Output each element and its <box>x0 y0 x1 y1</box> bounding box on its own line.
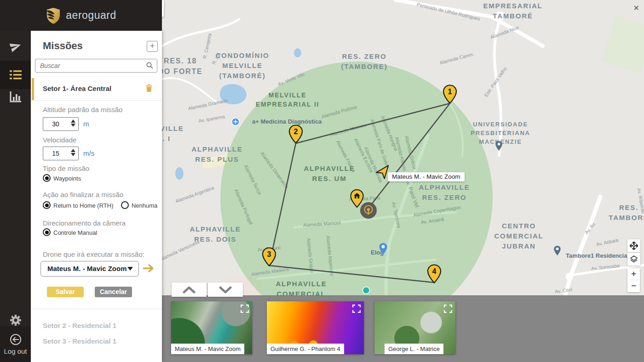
camera-radio[interactable]: Controle Manual <box>43 228 97 237</box>
video-feed-strip: Mateus M. - Mavic Zoom Guilherme G. - Ph… <box>162 295 644 362</box>
drone-label: Mateus M. - Mavic Zoom <box>388 172 465 181</box>
svg-text:1: 1 <box>448 88 452 96</box>
zoom-in-button[interactable]: + <box>627 268 640 280</box>
altitude-input-box <box>43 117 79 131</box>
radio-waypoints[interactable] <box>43 174 51 182</box>
street-label: Av. Atibaia <box>596 237 619 247</box>
search-icon[interactable] <box>146 62 153 69</box>
fullscreen-icon[interactable] <box>444 305 452 313</box>
street-label: Estr. Paiol Velho <box>483 66 508 98</box>
scroll-down-button[interactable] <box>208 283 243 297</box>
waypoint-pin-3[interactable]: 3 <box>262 247 276 266</box>
drone-label: Drone que irá executar a missão: <box>43 250 144 258</box>
camera-label: Direcionamento da câmera <box>43 219 126 227</box>
map-area-label: CONDOMÍNIO MELVILLE (TAMBORÉ) <box>215 51 269 80</box>
street-label: Alameda Argentina <box>174 185 214 204</box>
mission-item[interactable]: Setor 3 - Residencial 1 <box>43 337 116 345</box>
selected-indicator <box>32 78 34 100</box>
map-area-label: EMPRESARIAL TAMBORÉ <box>483 1 543 21</box>
map-area-label: ALPHAVILLE RES. PLUS <box>191 144 242 164</box>
save-button[interactable]: Salvar <box>47 287 84 297</box>
video-feed[interactable]: Guilherme G. - Phantom 4 <box>267 301 364 354</box>
map-area-label: CENTRO COMERCIAL JUBRAN <box>494 221 543 251</box>
delete-mission-icon[interactable] <box>146 84 152 92</box>
missions-list-icon <box>10 70 22 79</box>
radio-none[interactable] <box>121 201 129 209</box>
speed-unit: m/s <box>83 149 94 157</box>
scroll-up-button[interactable] <box>172 283 207 297</box>
sidebar-item-missions[interactable] <box>0 68 31 82</box>
sidebar-item-statistics[interactable] <box>0 90 31 104</box>
video-feed[interactable]: George L. - Matrice <box>374 301 455 354</box>
waypoint-pin-1[interactable]: 1 <box>443 85 457 104</box>
finish-action-label: Ação ao finalizar a missão <box>43 191 123 198</box>
mission-item-selected[interactable]: Setor 1- Área Central <box>31 78 162 101</box>
statistics-icon <box>10 91 22 102</box>
waypoint-pin-4[interactable]: 4 <box>427 264 442 283</box>
speed-label: Velocidade <box>43 136 76 144</box>
gray-pin-marker[interactable] <box>553 245 561 258</box>
feed-label: George L. - Matrice <box>385 344 443 354</box>
street-label: Av. Ipanema <box>198 113 225 124</box>
go-to-drone-arrow-icon[interactable] <box>143 264 155 272</box>
divider <box>31 309 162 309</box>
nav-rail: Log out <box>0 0 31 362</box>
brand-name: aeroguard <box>66 9 116 22</box>
map-area-label: RES. 18 DO FORTE <box>158 56 202 77</box>
video-feed[interactable]: Mateus M. - Mavic Zoom <box>171 301 252 354</box>
drone-select[interactable]: Mateus M. - Mavic Zoom <box>40 261 139 277</box>
speed-input[interactable] <box>44 148 67 159</box>
mission-type-radio[interactable]: Waypoints <box>43 174 81 182</box>
map-area-label: ALPHAVILLE RES. UM <box>304 164 355 184</box>
teal-dot-marker[interactable] <box>362 287 370 296</box>
close-icon[interactable]: ✕ <box>633 4 639 12</box>
select-caret-icon <box>127 267 133 271</box>
mission-item[interactable]: Setor 2 - Residencial 1 <box>43 322 116 329</box>
pan-crosshair-icon <box>630 242 638 250</box>
street-label: Av. Ceci <box>554 286 572 294</box>
speed-stepper[interactable] <box>71 149 75 156</box>
street-label: Av. Sorocaba <box>591 263 620 271</box>
altitude-unit: m <box>83 120 89 128</box>
street-label: Av. Itu <box>583 221 596 235</box>
logout-icon <box>10 334 22 345</box>
blue-circle-marker[interactable] <box>231 118 240 128</box>
map-area-label: MELVILLE EMPRESARIAL II <box>256 90 320 109</box>
app-window: EMPRESARIAL TAMBORÉRES. 18 DO FORTECONDO… <box>0 0 644 362</box>
fullscreen-icon[interactable] <box>352 305 361 313</box>
sidebar-item-flights[interactable] <box>0 40 31 53</box>
settings-button[interactable] <box>0 313 31 327</box>
gray-pin-marker[interactable] <box>495 141 503 153</box>
street-label: Alameda Venezuela <box>159 239 200 262</box>
street-label: R. Cerejeira <box>201 33 212 59</box>
waypoint-pin-2[interactable]: 2 <box>288 124 303 144</box>
pan-button[interactable] <box>627 239 640 252</box>
radio-manual-control[interactable] <box>43 228 51 236</box>
blue-pin-marker[interactable] <box>379 243 388 257</box>
altitude-input[interactable] <box>44 119 67 130</box>
cancel-button[interactable]: Cancelar <box>95 287 132 297</box>
finish-action-radios: Return to Home (RTH) Nenhuma <box>43 201 157 209</box>
feed-label: Guilherme G. - Phantom 4 <box>267 344 344 354</box>
poi-label: a+ Medicina Diagnóstica <box>252 118 322 125</box>
map-area-label: RES. TAMBORÉ <box>609 203 644 223</box>
search-input[interactable] <box>39 61 142 71</box>
map-area-label: RES. ZERO (TAMBORE) <box>341 51 388 72</box>
send-plane-icon <box>8 39 23 54</box>
zoom-out-button[interactable]: − <box>627 280 640 292</box>
logout-button[interactable]: Log out <box>0 326 31 362</box>
add-mission-button[interactable]: + <box>147 41 158 52</box>
altitude-stepper[interactable] <box>71 119 75 127</box>
svg-text:2: 2 <box>294 128 298 136</box>
mission-name: Setor 1- Área Central <box>43 85 111 92</box>
layers-icon <box>630 255 638 263</box>
radio-rth[interactable] <box>43 201 51 209</box>
panel-title: Missões <box>43 40 83 52</box>
layers-button[interactable] <box>627 253 640 266</box>
fullscreen-icon[interactable] <box>241 305 249 313</box>
search-box <box>35 59 157 73</box>
gear-icon <box>10 314 22 326</box>
missions-panel: Missões + Setor 1- Área Central Altitude… <box>31 31 162 362</box>
street-label: Alameda Canes <box>439 51 473 66</box>
street-label: Alameda Nice <box>489 24 520 40</box>
